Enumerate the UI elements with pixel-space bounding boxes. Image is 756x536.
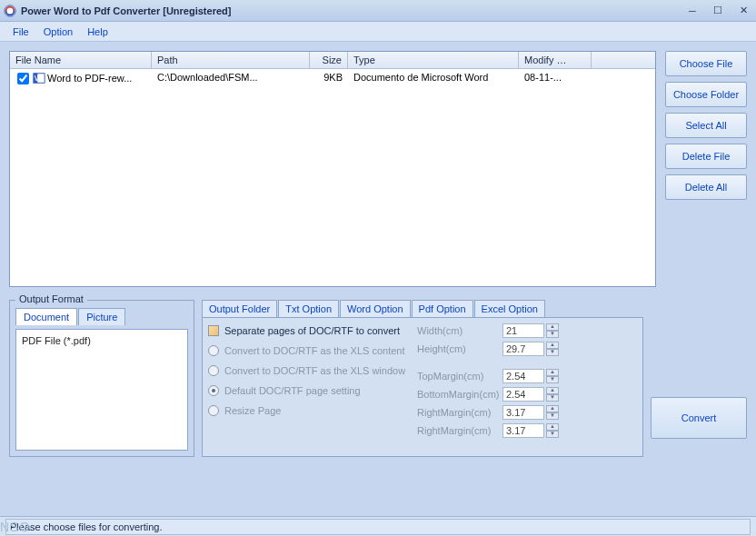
- tab-word-option[interactable]: Word Option: [340, 300, 411, 317]
- word-doc-icon: W: [33, 72, 45, 84]
- output-format-group: Output Format Document Picture PDF File …: [9, 300, 194, 457]
- options-panel: Output Folder Txt Option Word Option Pdf…: [202, 300, 643, 457]
- menu-file[interactable]: File: [5, 25, 36, 39]
- col-path[interactable]: Path: [152, 52, 310, 68]
- svg-text:W: W: [35, 73, 44, 83]
- side-buttons: Choose File Choose Folder Select All Del…: [665, 51, 747, 287]
- label-top: TopMargin(cm): [417, 371, 501, 382]
- cell-size: 9KB: [310, 71, 348, 85]
- checkbox-icon: [208, 325, 219, 336]
- window-title: Power Word to Pdf Converter [Unregistere…: [21, 5, 676, 16]
- radio-separate[interactable]: Separate pages of DOC/RTF to convert: [208, 325, 406, 336]
- input-height[interactable]: [502, 342, 544, 356]
- label-right1: RightMargin(cm): [417, 407, 501, 418]
- menu-help[interactable]: Help: [80, 25, 115, 39]
- radio-icon: [208, 405, 219, 416]
- minimize-button[interactable]: ─: [683, 4, 701, 18]
- input-right2[interactable]: [502, 423, 544, 438]
- spinner-bottom[interactable]: ▲▼: [546, 387, 559, 402]
- input-top[interactable]: [502, 369, 544, 383]
- label-right2: RightMargin(cm): [417, 425, 501, 436]
- col-filename[interactable]: File Name: [10, 52, 152, 68]
- radio-resize[interactable]: Resize Page: [208, 405, 406, 416]
- label-width: Width(cm): [417, 325, 501, 336]
- tab-picture[interactable]: Picture: [78, 308, 125, 325]
- maximize-button[interactable]: ☐: [709, 4, 727, 18]
- spinner-right2[interactable]: ▲▼: [546, 423, 559, 438]
- label-bottom: BottomMargin(cm): [417, 389, 501, 400]
- cell-type: Documento de Microsoft Word: [348, 71, 519, 85]
- tab-txt-option[interactable]: Txt Option: [278, 300, 339, 317]
- radio-as-window[interactable]: Convert to DOC/RTF as the XLS window: [208, 365, 406, 376]
- col-size[interactable]: Size: [310, 52, 348, 68]
- radio-icon: [208, 385, 219, 396]
- col-type[interactable]: Type: [348, 52, 519, 68]
- page-margins: Width(cm)▲▼ Height(cm)▲▼ TopMargin(cm)▲▼…: [412, 318, 642, 456]
- choose-folder-button[interactable]: Choose Folder: [665, 82, 747, 107]
- label-height: Height(cm): [417, 343, 501, 354]
- menu-option[interactable]: Option: [36, 25, 80, 39]
- cell-path: C:\Downloaded\FSM...: [152, 71, 310, 85]
- close-button[interactable]: ✕: [734, 4, 752, 18]
- page-setting-radios: Separate pages of DOC/RTF to convert Con…: [203, 318, 412, 456]
- tab-pdf-option[interactable]: Pdf Option: [412, 300, 473, 317]
- select-all-button[interactable]: Select All: [665, 113, 747, 138]
- radio-icon: [208, 345, 219, 356]
- radio-icon: [208, 365, 219, 376]
- file-list[interactable]: File Name Path Size Type Modify … W Word…: [9, 51, 656, 287]
- delete-all-button[interactable]: Delete All: [665, 174, 747, 200]
- input-right1[interactable]: [502, 405, 544, 420]
- input-width[interactable]: [502, 323, 544, 338]
- titlebar: Power Word to Pdf Converter [Unregistere…: [0, 0, 756, 22]
- table-row[interactable]: W Word to PDF-rew... C:\Downloaded\FSM..…: [10, 69, 655, 87]
- cell-filename: Word to PDF-rew...: [47, 73, 132, 84]
- app-icon: [4, 5, 16, 17]
- radio-default[interactable]: Default DOC/RTF page setting: [208, 385, 406, 396]
- input-bottom[interactable]: [502, 387, 544, 402]
- convert-button[interactable]: Convert: [651, 397, 747, 439]
- radio-as-content[interactable]: Convert to DOC/RTF as the XLS content: [208, 345, 406, 356]
- output-format-body[interactable]: PDF File (*.pdf): [15, 329, 188, 451]
- spinner-top[interactable]: ▲▼: [546, 369, 559, 383]
- tab-document[interactable]: Document: [15, 308, 77, 325]
- file-list-header: File Name Path Size Type Modify …: [10, 52, 655, 69]
- format-item-pdf[interactable]: PDF File (*.pdf): [22, 335, 182, 346]
- spinner-height[interactable]: ▲▼: [546, 342, 559, 356]
- cell-modify: 08-11-...: [519, 71, 592, 85]
- spinner-width[interactable]: ▲▼: [546, 323, 559, 338]
- spinner-right1[interactable]: ▲▼: [546, 405, 559, 420]
- output-format-label: Output Format: [15, 293, 87, 304]
- statusbar: Please choose files for converting.: [0, 516, 756, 536]
- delete-file-button[interactable]: Delete File: [665, 144, 747, 169]
- tab-excel-option[interactable]: Excel Option: [474, 300, 545, 317]
- status-text: Please choose files for converting.: [5, 519, 751, 535]
- col-modify[interactable]: Modify …: [519, 52, 592, 68]
- tab-output-folder[interactable]: Output Folder: [202, 300, 277, 317]
- row-checkbox[interactable]: [17, 73, 29, 84]
- choose-file-button[interactable]: Choose File: [665, 51, 747, 76]
- menubar: File Option Help: [0, 22, 756, 42]
